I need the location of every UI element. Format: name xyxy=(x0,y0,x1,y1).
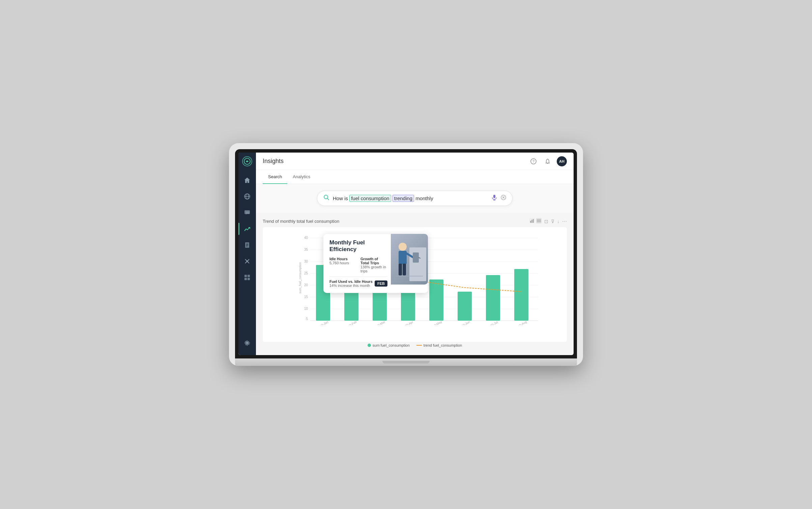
growth-label: Growth of Total Trips xyxy=(360,257,387,265)
query-plain-end: monthly xyxy=(414,195,433,201)
chart-area: Trend of monthly total fuel consumption xyxy=(256,213,574,355)
svg-text:5: 5 xyxy=(306,317,308,321)
tooltip-popup: Monthly Fuel Efficiency Idle Hours 5,760… xyxy=(323,234,428,293)
laptop-base xyxy=(235,358,577,366)
sidebar-item-insights[interactable] xyxy=(238,221,256,237)
svg-text:2020-Apr: 2020-Apr xyxy=(401,320,414,325)
svg-rect-65 xyxy=(403,264,406,275)
search-area: How is fuel consumption trending monthly xyxy=(256,184,574,213)
chart-legend: sum fuel_consumption trend fuel_consumpt… xyxy=(263,343,567,347)
svg-text:15: 15 xyxy=(304,295,308,299)
logo-icon xyxy=(242,156,252,166)
sidebar-nav xyxy=(238,170,256,335)
header-actions: ? AH xyxy=(528,156,567,166)
chart-view-toggle[interactable] xyxy=(529,218,542,224)
header: Insights ? xyxy=(256,153,574,170)
svg-line-19 xyxy=(327,198,329,200)
chart-header: Trend of monthly total fuel consumption xyxy=(263,218,567,224)
filter-icon[interactable]: ⊽ xyxy=(551,219,554,224)
clear-icon[interactable] xyxy=(501,195,506,202)
query-plain-start: How is xyxy=(333,195,349,201)
tooltip-divider xyxy=(329,276,387,277)
sidebar-item-chat[interactable] xyxy=(238,205,256,221)
laptop-notch xyxy=(382,361,430,364)
svg-rect-13 xyxy=(248,278,250,280)
copy-icon[interactable]: ⊡ xyxy=(544,219,548,224)
sidebar-item-grid[interactable] xyxy=(238,269,256,286)
screen: Insights ? xyxy=(238,153,574,355)
more-icon[interactable]: ⋯ xyxy=(562,219,567,224)
svg-text:?: ? xyxy=(532,159,534,163)
sidebar-bottom xyxy=(238,335,256,355)
tooltip-grid: Idle Hours 5,760 hours Growth of Total T… xyxy=(329,257,387,273)
bar-aug[interactable] xyxy=(514,269,528,321)
tooltip-title: Monthly Fuel Efficiency xyxy=(329,239,387,253)
fuel-row: Fuel Used vs. Idle Hours 14% increase th… xyxy=(329,279,387,288)
growth-value: 138% growth in trips xyxy=(360,265,387,273)
fuel-label: Fuel Used vs. Idle Hours xyxy=(329,279,373,284)
svg-text:30: 30 xyxy=(304,260,308,263)
tooltip-content: Monthly Fuel Efficiency Idle Hours 5,760… xyxy=(329,239,387,288)
sidebar-item-home[interactable] xyxy=(238,172,256,188)
search-box[interactable]: How is fuel consumption trending monthly xyxy=(317,191,513,206)
svg-text:35: 35 xyxy=(304,248,308,251)
chart-tools: ⊡ ⊽ ↓ ⋯ xyxy=(529,218,567,224)
bar-jun[interactable] xyxy=(458,292,472,321)
svg-rect-28 xyxy=(531,220,532,223)
help-button[interactable]: ? xyxy=(528,156,539,166)
svg-rect-20 xyxy=(493,195,495,198)
sidebar-item-settings[interactable] xyxy=(238,335,256,351)
svg-text:2020-Jul: 2020-Jul xyxy=(487,320,498,325)
tab-analytics[interactable]: Analytics xyxy=(287,170,316,184)
chart-title: Trend of monthly total fuel consumption xyxy=(263,219,339,224)
svg-text:sum_fuel_consumption: sum_fuel_consumption xyxy=(298,262,302,294)
sidebar-item-reports[interactable] xyxy=(238,237,256,253)
svg-text:2020-Jan: 2020-Jan xyxy=(316,320,329,325)
sidebar-item-tools[interactable] xyxy=(238,253,256,269)
page-title: Insights xyxy=(263,158,528,165)
legend-item-trend: trend fuel_consumption xyxy=(416,343,462,347)
search-query-text: How is fuel consumption trending monthly xyxy=(333,195,491,201)
search-icon xyxy=(323,194,329,202)
svg-rect-64 xyxy=(399,264,402,275)
sidebar-item-globe[interactable] xyxy=(238,188,256,205)
user-avatar[interactable]: AH xyxy=(557,156,567,166)
logo[interactable] xyxy=(238,153,256,170)
notification-button[interactable] xyxy=(543,156,553,166)
svg-point-9 xyxy=(246,260,248,262)
bar-jul[interactable] xyxy=(486,275,500,321)
svg-rect-11 xyxy=(248,275,250,277)
svg-text:2020-Mar: 2020-Mar xyxy=(373,320,385,325)
svg-text:40: 40 xyxy=(304,236,308,240)
idle-hours-value: 5,760 hours xyxy=(329,261,356,265)
mic-icon[interactable] xyxy=(491,194,497,202)
bar-may[interactable] xyxy=(429,279,443,321)
svg-rect-27 xyxy=(530,221,531,223)
screen-bezel: Insights ? xyxy=(235,149,577,358)
svg-rect-62 xyxy=(399,251,407,264)
svg-text:2020-Aug: 2020-Aug xyxy=(514,320,527,325)
month-badge: FEB xyxy=(375,280,387,287)
legend-label-trend: trend fuel_consumption xyxy=(424,343,462,347)
legend-line-trend xyxy=(416,345,422,346)
legend-dot-sum xyxy=(368,344,371,347)
svg-text:2020-Jun: 2020-Jun xyxy=(458,320,471,325)
query-highlight-fuel: fuel consumption xyxy=(349,195,391,202)
idle-hours-label: Idle Hours xyxy=(329,257,356,261)
sidebar xyxy=(238,153,256,355)
tab-search[interactable]: Search xyxy=(263,170,287,184)
legend-label-sum: sum fuel_consumption xyxy=(373,343,410,347)
svg-rect-66 xyxy=(413,252,419,263)
tabs-bar: Search Analytics xyxy=(256,170,574,184)
legend-item-sum: sum fuel_consumption xyxy=(368,343,410,347)
svg-text:10: 10 xyxy=(304,307,308,311)
svg-rect-29 xyxy=(533,219,534,223)
query-highlight-trending: trending xyxy=(393,195,414,202)
fuel-value: 14% increase this month xyxy=(329,284,373,288)
svg-point-61 xyxy=(399,243,407,251)
tooltip-image xyxy=(391,234,428,285)
main-content: Insights ? xyxy=(256,153,574,355)
svg-text:25: 25 xyxy=(304,271,308,275)
download-icon[interactable]: ↓ xyxy=(557,219,559,224)
svg-text:20: 20 xyxy=(304,283,308,287)
